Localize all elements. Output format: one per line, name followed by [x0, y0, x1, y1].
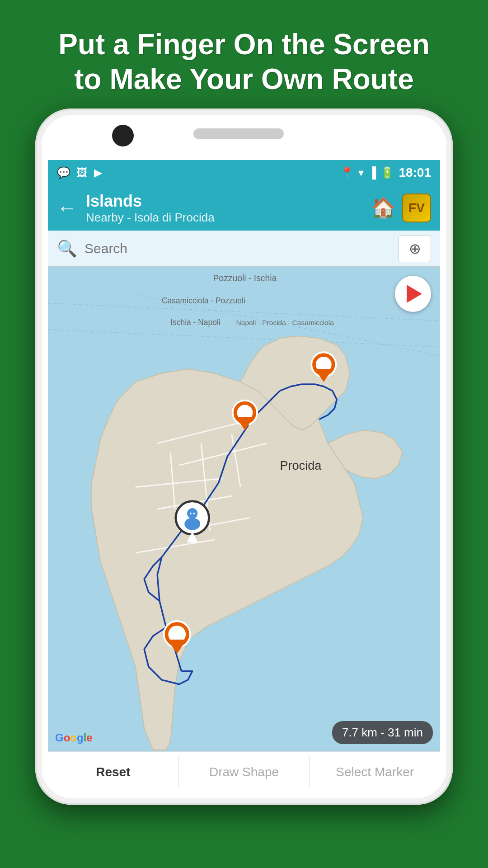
app-title: Islands	[86, 192, 371, 211]
home-button[interactable]: 🏠	[371, 196, 396, 220]
distance-text: 7.7 km - 31 min	[342, 726, 423, 739]
g-red: o	[64, 731, 70, 744]
g-blue2: g	[77, 731, 84, 744]
select-marker-button[interactable]: Select Marker	[310, 752, 440, 792]
svg-point-28	[187, 508, 197, 519]
svg-point-29	[184, 518, 200, 530]
search-input[interactable]	[84, 241, 391, 256]
header-line1: Put a Finger On the Screen	[58, 28, 430, 61]
app-bar-actions: 🏠 FV	[371, 193, 431, 222]
svg-text:Procida: Procida	[280, 458, 322, 472]
play-button[interactable]	[395, 276, 431, 312]
fv-badge[interactable]: FV	[402, 193, 431, 222]
back-button[interactable]: ←	[57, 197, 77, 219]
phone-inner: 💬 🖼 ▶ 📍 ▾ ▐ 🔋 18:01 ← Islands Nearby - I	[42, 115, 446, 798]
header-text: Put a Finger On the Screen to Make Your …	[0, 27, 488, 97]
svg-text:Casamicciola - Pozzuoli: Casamicciola - Pozzuoli	[162, 296, 245, 305]
reset-button[interactable]: Reset	[48, 752, 178, 792]
quote-status-icon: 💬	[57, 166, 70, 179]
svg-text:Pozzuoli - Ischia: Pozzuoli - Ischia	[213, 273, 277, 283]
location-status-icon: 📍	[340, 166, 354, 179]
signal-status-icon: ▐	[368, 166, 376, 179]
app-subtitle: Nearby - Isola di Procida	[86, 211, 371, 225]
distance-badge: 7.7 km - 31 min	[332, 721, 433, 744]
camera	[112, 125, 134, 146]
status-right: 📍 ▾ ▐ 🔋 18:01	[340, 165, 431, 180]
bottom-bar: Reset Draw Shape Select Marker	[48, 751, 440, 792]
svg-text:Ischia - Napoli: Ischia - Napoli	[170, 318, 220, 327]
g-blue: G	[55, 731, 64, 744]
map-svg: Pozzuoli - Ischia Casamicciola - Pozzuol…	[48, 267, 440, 751]
screen: 💬 🖼 ▶ 📍 ▾ ▐ 🔋 18:01 ← Islands Nearby - I	[48, 160, 440, 792]
search-bar: 🔍 ⊕	[48, 231, 440, 267]
draw-shape-button[interactable]: Draw Shape	[179, 752, 310, 792]
svg-text:Napoli - Procida - Casamicciol: Napoli - Procida - Casamicciola	[236, 319, 334, 326]
header-line2: to Make Your Own Route	[74, 63, 413, 95]
status-left: 💬 🖼 ▶	[57, 166, 102, 179]
google-logo: Google	[55, 731, 93, 744]
svg-point-30	[190, 513, 192, 514]
g-yellow: o	[70, 731, 77, 744]
status-bar: 💬 🖼 ▶ 📍 ▾ ▐ 🔋 18:01	[48, 160, 440, 185]
phone-frame: 💬 🖼 ▶ 📍 ▾ ▐ 🔋 18:01 ← Islands Nearby - I	[35, 108, 453, 805]
wifi-status-icon: ▾	[358, 166, 364, 179]
svg-point-31	[193, 513, 195, 514]
app-bar: ← Islands Nearby - Isola di Procida 🏠 FV	[48, 185, 440, 231]
status-time: 18:01	[399, 165, 431, 180]
battery-status-icon: 🔋	[380, 166, 394, 179]
map-area[interactable]: Pozzuoli - Ischia Casamicciola - Pozzuol…	[48, 267, 440, 751]
location-button[interactable]: ⊕	[399, 235, 431, 262]
search-icon: 🔍	[57, 239, 77, 258]
image-status-icon: 🖼	[77, 166, 88, 179]
speaker	[193, 128, 284, 139]
g-red2: e	[86, 731, 92, 744]
nav-status-icon: ▶	[94, 166, 102, 179]
app-bar-title: Islands Nearby - Isola di Procida	[86, 192, 371, 225]
play-icon	[407, 285, 422, 303]
